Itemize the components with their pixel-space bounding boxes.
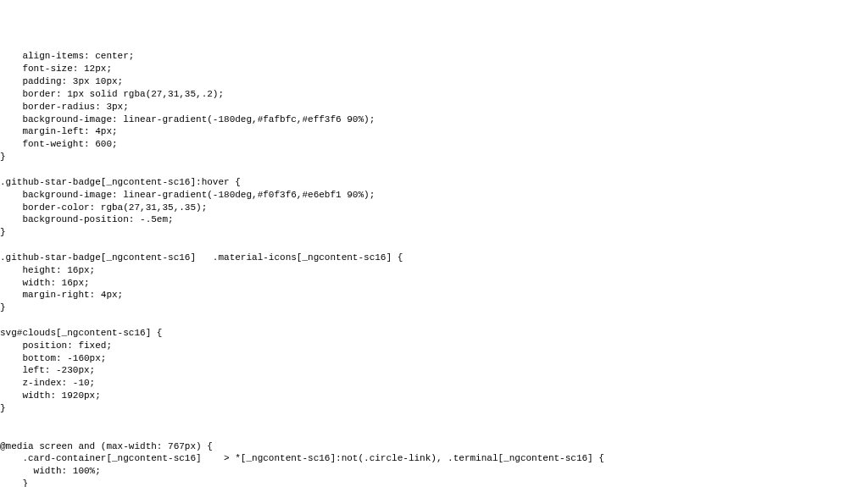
source-code-block: align-items: center; font-size: 12px; pa… [0, 50, 868, 487]
css-block: align-items: center; font-size: 12px; pa… [0, 51, 604, 487]
